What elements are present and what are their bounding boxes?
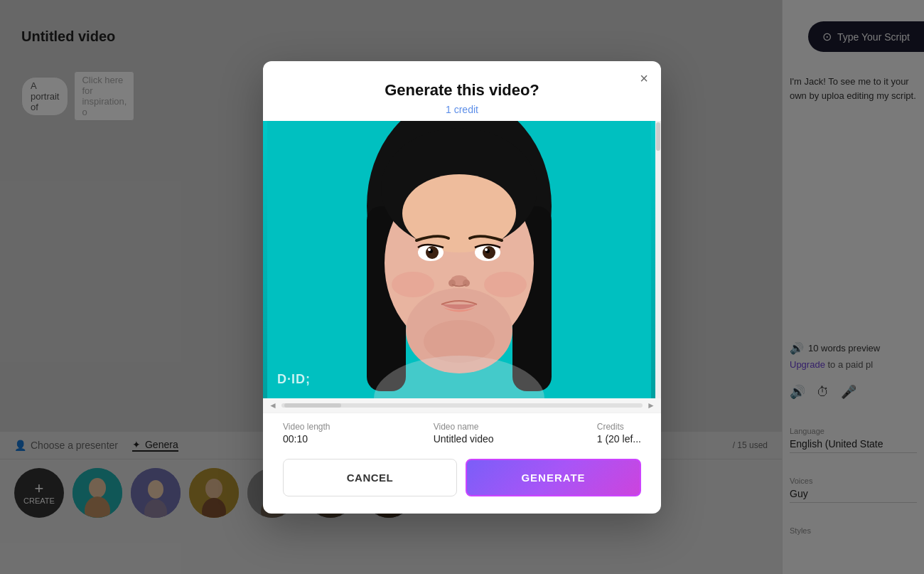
modal-close-button[interactable]: ×: [640, 71, 648, 85]
video-name-label: Video name: [434, 422, 494, 432]
avatar-image-bg: D·ID;: [263, 121, 655, 398]
modal-header: Generate this video? 1 credit ×: [263, 61, 661, 115]
scroll-left-arrow[interactable]: ◄: [269, 400, 277, 410]
scroll-right-arrow[interactable]: ►: [647, 400, 655, 410]
credits-value: 1 (20 lef...: [597, 433, 641, 445]
generate-button[interactable]: GENERATE: [466, 459, 641, 496]
modal-credit: 1 credit: [283, 104, 641, 115]
svg-point-34: [485, 248, 488, 251]
generate-modal: Generate this video? 1 credit ×: [263, 61, 661, 514]
scrollbar-thumb: [656, 122, 660, 151]
credits-info: Credits 1 (20 lef...: [597, 422, 641, 445]
video-name-value: Untitled video: [434, 433, 494, 445]
vertical-scrollbar[interactable]: [655, 121, 661, 398]
svg-point-38: [392, 272, 434, 297]
video-length-value: 00:10: [283, 433, 331, 445]
video-length-label: Video length: [283, 422, 331, 432]
svg-point-39: [484, 272, 527, 297]
modal-overlay: Generate this video? 1 credit ×: [0, 0, 924, 574]
modal-title: Generate this video?: [283, 81, 641, 100]
modal-image-container: D·ID;: [263, 121, 661, 398]
did-watermark: D·ID;: [277, 372, 311, 387]
modal-info: Video length 00:10 Video name Untitled v…: [263, 413, 661, 450]
svg-point-33: [428, 248, 431, 251]
credits-label: Credits: [597, 422, 641, 432]
video-name-info: Video name Untitled video: [434, 422, 494, 445]
video-length-info: Video length 00:10: [283, 422, 331, 445]
h-scrollbar-track: [281, 403, 643, 408]
avatar-face-svg: [263, 121, 655, 398]
horizontal-scroll-bar: ◄ ►: [263, 398, 661, 413]
cancel-button[interactable]: CANCEL: [283, 459, 457, 496]
modal-actions: CANCEL GENERATE: [263, 450, 661, 514]
h-scrollbar-thumb: [284, 403, 341, 408]
